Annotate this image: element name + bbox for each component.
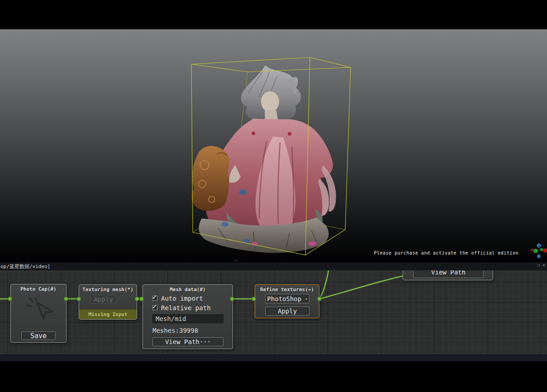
auto-import-checkbox[interactable]: ✓ Auto import bbox=[152, 294, 203, 302]
node-title: Texturing mesh(*) bbox=[79, 285, 137, 293]
node-title: Mesh data(#) bbox=[143, 285, 233, 293]
node-clipped-top[interactable]: View Path bbox=[403, 270, 493, 280]
mesh-path-field[interactable]: Mesh/mid bbox=[152, 314, 224, 323]
axis-neg-z-icon[interactable] bbox=[537, 255, 541, 258]
restore-window-icon[interactable]: ❐ bbox=[537, 263, 540, 268]
node-mesh-data[interactable]: Mesh data(#) ✓ Auto import ✓ Relative pa… bbox=[143, 284, 233, 349]
missing-input-warning: Missing Input bbox=[79, 309, 137, 319]
save-button[interactable]: Save bbox=[21, 331, 56, 340]
license-notice: Please purchase and activate the officia… bbox=[374, 250, 518, 255]
application-window: X Y Z Please purchase and activate the o… bbox=[0, 0, 547, 392]
chevron-down-icon: ▾ bbox=[305, 297, 307, 301]
statue-model bbox=[192, 65, 336, 253]
node-refine-textures[interactable]: Refine textures(→) PhotoShop ▾ Apply bbox=[255, 284, 319, 318]
axis-z-label: Z bbox=[538, 244, 540, 247]
apply-button-disabled[interactable]: Apply bbox=[90, 295, 117, 304]
checkmark-icon: ✓ bbox=[152, 302, 157, 311]
view-path-button[interactable]: View Path bbox=[413, 270, 484, 278]
node-title: Refine textures(→) bbox=[255, 285, 319, 293]
node-texturing-mesh[interactable]: Texturing mesh(*) Apply Missing Input bbox=[79, 284, 137, 320]
bottom-strip bbox=[0, 354, 547, 361]
close-panel-icon[interactable]: × bbox=[542, 263, 545, 268]
panel-tab[interactable]: op/蓝星数据/video] bbox=[0, 263, 50, 270]
apply-button[interactable]: Apply bbox=[265, 307, 309, 316]
relative-path-checkbox[interactable]: ✓ Relative path bbox=[152, 304, 211, 312]
mesh-count-label: Meshes:39998 bbox=[152, 327, 198, 334]
checkbox-box[interactable]: ✓ bbox=[152, 305, 157, 310]
checkmark-icon: ✓ bbox=[152, 293, 157, 301]
viewport-render: X Y Z bbox=[0, 29, 547, 261]
format-dropdown-value: PhotoShop bbox=[267, 295, 301, 302]
node-editor-canvas[interactable]: Photo Cap(#) Save Texturing mesh(*) Appl… bbox=[0, 270, 547, 354]
orientation-gizmo[interactable]: X Y Z bbox=[531, 244, 547, 259]
axis-neg-y-icon[interactable] bbox=[540, 248, 543, 251]
node-title: Photo Cap(#) bbox=[11, 284, 66, 292]
axis-neg-x-icon[interactable] bbox=[531, 249, 534, 252]
node-photo-cap[interactable]: Photo Cap(#) Save bbox=[10, 284, 67, 343]
checkbox-box[interactable]: ✓ bbox=[152, 296, 157, 301]
relative-path-label: Relative path bbox=[161, 304, 211, 312]
axis-x-label: X bbox=[544, 249, 546, 252]
auto-import-label: Auto import bbox=[161, 295, 203, 302]
viewport-3d[interactable]: X Y Z Please purchase and activate the o… bbox=[0, 29, 547, 260]
view-path-button[interactable]: View Path··· bbox=[152, 337, 224, 346]
axis-y-label: Y bbox=[535, 250, 537, 253]
format-dropdown[interactable]: PhotoShop ▾ bbox=[265, 294, 309, 303]
cursor-click-icon bbox=[11, 297, 66, 329]
panel-tab-bar: op/蓝星数据/video] ❐ × bbox=[0, 262, 547, 270]
